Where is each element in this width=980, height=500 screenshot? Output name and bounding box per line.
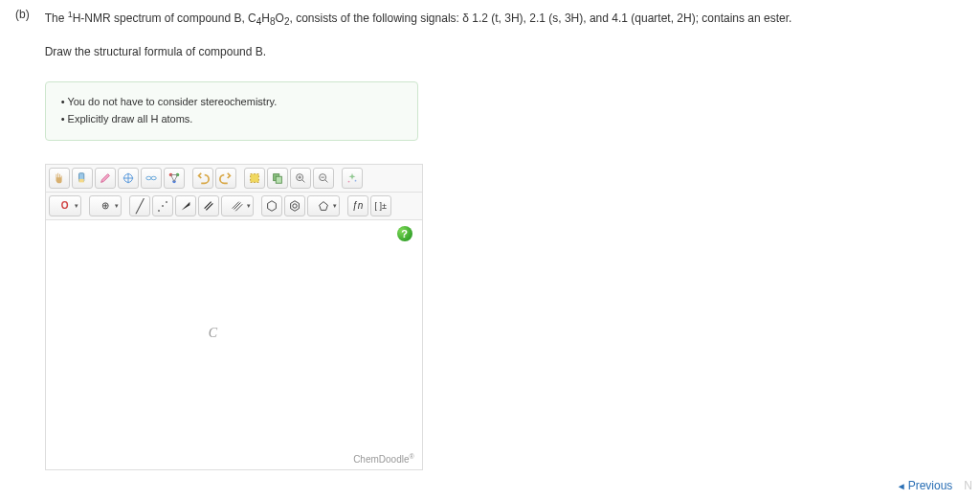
toolbar-row-2: O ⊕ ╱ ⋰ ƒn [ ]± (46, 193, 422, 220)
pencil-tool-icon[interactable] (95, 168, 116, 189)
atom-o-label: O (61, 200, 69, 211)
wedge-bond-icon[interactable] (175, 195, 196, 216)
q-mid1: H-NMR spectrum of compound B, C (73, 11, 256, 25)
part-label: (b) (15, 8, 30, 470)
svg-point-17 (292, 203, 296, 207)
question-text: The 1H-NMR spectrum of compound B, C4H8O… (45, 8, 965, 30)
svg-marker-16 (290, 200, 299, 211)
marquee-tool-icon[interactable] (244, 168, 265, 189)
zoom-in-icon[interactable] (290, 168, 311, 189)
eraser-tool-icon[interactable] (72, 168, 93, 189)
atom-o-dropdown[interactable]: O (49, 195, 81, 216)
svg-point-3 (145, 176, 150, 180)
double-bond-icon[interactable] (198, 195, 219, 216)
triple-bond-dropdown[interactable] (221, 195, 254, 216)
dotted-bond-glyph: ⋰ (157, 199, 168, 213)
zoom-out-icon[interactable] (313, 168, 334, 189)
q-post: , consists of the following signals: δ 1… (289, 11, 791, 25)
brand-text: ChemDoodle (353, 455, 409, 466)
svg-rect-10 (276, 176, 281, 183)
clean-tool-icon[interactable] (342, 168, 363, 189)
hint-box: You do not have to consider stereochemis… (45, 81, 418, 140)
chemdoodle-brand: ChemDoodle® (353, 453, 414, 465)
benzene-ring-icon[interactable] (261, 195, 282, 216)
q-mid3: O (276, 11, 284, 25)
redo-icon[interactable] (215, 168, 236, 189)
svg-point-14 (354, 179, 356, 181)
charge-label: ⊕ (101, 200, 109, 211)
svg-point-4 (151, 176, 156, 180)
cyclohexane-ring-icon[interactable] (284, 195, 305, 216)
svg-marker-15 (267, 200, 276, 211)
hint-item: You do not have to consider stereochemis… (61, 94, 402, 111)
single-bond-glyph: ╱ (136, 198, 144, 214)
structure-editor: O ⊕ ╱ ⋰ ƒn [ ]± ? C ChemDoodle® (45, 164, 423, 470)
dotted-bond-icon[interactable]: ⋰ (152, 195, 173, 216)
subprompt: Draw the structural formula of compound … (45, 45, 965, 58)
svg-rect-1 (78, 178, 83, 182)
fn-label: ƒn (352, 200, 363, 211)
bonds-tool-icon[interactable] (164, 168, 185, 189)
bracket-tool-icon[interactable]: [ ]± (370, 195, 391, 216)
placed-atom-c[interactable]: C (209, 326, 217, 341)
chain-tool-icon[interactable] (141, 168, 162, 189)
svg-marker-18 (319, 201, 327, 210)
charge-dropdown[interactable]: ⊕ (89, 195, 122, 216)
copy-icon[interactable] (267, 168, 288, 189)
drawing-canvas[interactable]: ? C ChemDoodle® (46, 220, 422, 469)
ring-dropdown[interactable] (307, 195, 340, 216)
single-bond-icon[interactable]: ╱ (129, 195, 150, 216)
undo-icon[interactable] (192, 168, 213, 189)
toolbar-row-1 (46, 165, 422, 193)
function-tool-icon[interactable]: ƒn (347, 195, 368, 216)
hint-item: Explicitly draw all H atoms. (61, 111, 402, 128)
q-mid2: H (261, 11, 270, 25)
brand-sup: ® (410, 453, 414, 460)
svg-point-13 (347, 180, 349, 182)
hand-tool-icon[interactable] (49, 168, 70, 189)
svg-rect-8 (250, 173, 258, 182)
move-tool-icon[interactable] (118, 168, 139, 189)
help-icon[interactable]: ? (397, 226, 412, 241)
q-pre: The (45, 11, 68, 25)
bracket-label: [ ]± (374, 201, 386, 211)
